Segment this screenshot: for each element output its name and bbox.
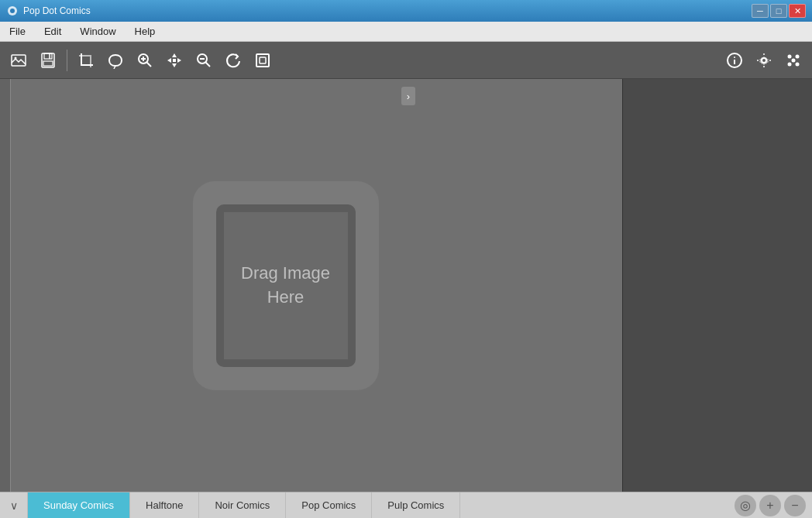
menu-item-window[interactable]: Window: [71, 22, 125, 41]
menu-item-file[interactable]: File: [0, 22, 35, 41]
move-button[interactable]: [160, 46, 188, 74]
menu-bar: FileEditWindowHelp: [0, 22, 812, 42]
svg-rect-6: [43, 61, 53, 66]
tab-remove-btn[interactable]: −: [784, 495, 806, 516]
svg-rect-21: [260, 57, 266, 63]
tab-right-controls: ◎+−: [735, 492, 812, 518]
tab-add-btn[interactable]: +: [759, 495, 781, 516]
left-sidebar: [0, 79, 11, 492]
tab-pop-comics[interactable]: Pop Comics: [286, 492, 372, 518]
canvas-area[interactable]: › Drag Image Here: [11, 79, 622, 492]
svg-point-28: [788, 62, 792, 66]
drag-drop-zone[interactable]: Drag Image Here: [193, 181, 379, 390]
window-title: Pop Dot Comics: [23, 5, 747, 16]
svg-point-3: [15, 57, 17, 59]
fit-button[interactable]: [249, 46, 277, 74]
svg-point-27: [796, 54, 800, 58]
title-bar: Pop Dot Comics ─ □ ✕: [0, 0, 812, 22]
toolbar: [0, 42, 812, 79]
tabs-list: Sunday ComicsHalftoneNoir ComicsPop Comi…: [28, 492, 460, 518]
svg-marker-14: [167, 58, 171, 63]
drag-inner-frame: Drag Image Here: [216, 204, 356, 367]
svg-point-25: [762, 58, 766, 63]
app-icon: [6, 5, 19, 17]
svg-point-30: [792, 58, 796, 62]
svg-rect-16: [173, 59, 176, 62]
close-button[interactable]: ✕: [789, 4, 806, 18]
save-button[interactable]: [34, 46, 62, 74]
menu-item-help[interactable]: Help: [126, 22, 165, 41]
zoom-out-button[interactable]: [190, 46, 218, 74]
rotate-button[interactable]: [219, 46, 247, 74]
svg-point-24: [734, 57, 735, 58]
effects-button[interactable]: [779, 46, 807, 74]
info-button[interactable]: [721, 46, 748, 74]
svg-marker-12: [172, 53, 177, 57]
open-image-button[interactable]: [5, 46, 33, 74]
settings-button[interactable]: [750, 46, 778, 74]
tab-pulp-comics[interactable]: Pulp Comics: [372, 492, 460, 518]
svg-point-29: [796, 62, 800, 66]
svg-point-26: [788, 54, 792, 58]
tab-expand-button[interactable]: ∨: [0, 492, 28, 518]
crop-button[interactable]: [72, 46, 100, 74]
svg-point-1: [10, 9, 15, 13]
svg-line-18: [206, 62, 211, 67]
main-area: › Drag Image Here: [0, 79, 812, 492]
lasso-button[interactable]: [102, 46, 129, 74]
tab-halftone[interactable]: Halftone: [130, 492, 199, 518]
separator-1: [67, 50, 67, 71]
svg-marker-15: [177, 58, 181, 63]
svg-rect-5: [44, 53, 52, 59]
maximize-button[interactable]: □: [770, 4, 787, 18]
tab-globe-btn[interactable]: ◎: [735, 495, 756, 516]
panel-collapse-button[interactable]: ›: [401, 87, 415, 105]
minimize-button[interactable]: ─: [752, 4, 769, 18]
menu-item-edit[interactable]: Edit: [35, 22, 71, 41]
svg-line-9: [147, 62, 152, 67]
svg-marker-13: [172, 63, 177, 67]
window-controls: ─ □ ✕: [752, 4, 806, 18]
right-panel: [622, 79, 812, 492]
drag-hint-text: Drag Image Here: [241, 262, 330, 310]
bottom-tabs: ∨ Sunday ComicsHalftoneNoir ComicsPop Co…: [0, 492, 812, 518]
tab-noir-comics[interactable]: Noir Comics: [199, 492, 286, 518]
svg-rect-20: [256, 54, 269, 67]
tab-sunday-comics[interactable]: Sunday Comics: [28, 492, 130, 518]
zoom-in-button[interactable]: [131, 46, 159, 74]
